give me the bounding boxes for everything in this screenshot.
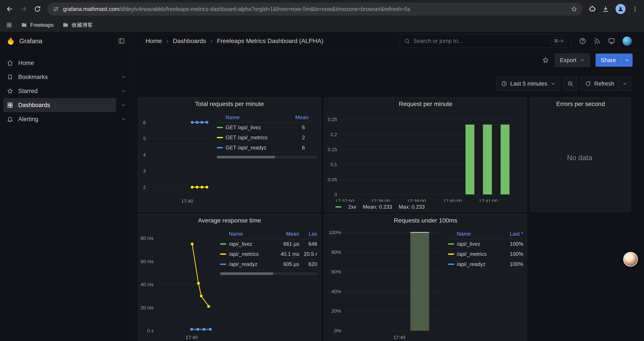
- legend-row[interactable]: /api/_livez100%: [448, 239, 523, 249]
- bookmark-label: Freeleaps: [30, 22, 54, 28]
- sidebar-item-label: Bookmarks: [18, 74, 48, 81]
- export-button[interactable]: Export: [555, 54, 590, 67]
- legend-row[interactable]: /api/_metrics100%: [448, 249, 523, 259]
- export-button-label: Export: [560, 57, 576, 64]
- floating-avatar[interactable]: [623, 252, 638, 267]
- share-button-label: Share: [596, 57, 621, 64]
- legend-table[interactable]: NameMeanLas/api/_livez661 µs646/api/_met…: [220, 229, 317, 341]
- downloads-icon[interactable]: [602, 5, 609, 13]
- sidebar-item-label: Home: [18, 60, 34, 67]
- sidebar-item-home[interactable]: Home: [3, 56, 116, 70]
- svg-text:40 ms: 40 ms: [140, 282, 154, 287]
- breadcrumb-home[interactable]: Home: [146, 38, 162, 45]
- chevron-down-icon[interactable]: [121, 74, 126, 80]
- sidebar-toggle-icon[interactable]: [118, 38, 125, 44]
- svg-text:17:41:00: 17:41:00: [479, 198, 498, 202]
- site-info-icon[interactable]: [52, 6, 59, 12]
- profile-icon[interactable]: [616, 4, 626, 14]
- panel-title[interactable]: Average response time: [138, 214, 321, 227]
- svg-text:4: 4: [143, 152, 146, 158]
- sidebar-item-starred[interactable]: Starred: [3, 84, 116, 98]
- svg-text:17:37:00: 17:37:00: [335, 198, 354, 202]
- share-dropdown[interactable]: [621, 54, 632, 67]
- panel-grid: Total requests per minute 2345617:40 Nam…: [138, 97, 631, 341]
- svg-text:0.15: 0.15: [328, 147, 337, 152]
- chevron-down-icon[interactable]: [121, 102, 126, 108]
- legend-row[interactable]: GET /api/_metrics2: [217, 133, 317, 143]
- legend-row[interactable]: /api/_metrics40.1 ms20.5 r: [220, 249, 317, 259]
- svg-text:40%: 40%: [332, 289, 341, 294]
- chevron-down-icon: [622, 81, 628, 86]
- forward-icon[interactable]: [20, 5, 28, 13]
- monitor-icon[interactable]: [608, 38, 615, 45]
- search-icon: [404, 38, 410, 44]
- share-button[interactable]: Share: [596, 54, 632, 67]
- address-bar[interactable]: grafana.mathmast.com/d/deytv4rwavabkb/fr…: [47, 3, 582, 16]
- folder-icon: [62, 22, 68, 28]
- bookmark-folder-blogs[interactable]: 收藏博客: [62, 22, 93, 29]
- svg-text:100%: 100%: [329, 230, 341, 235]
- sidebar-item-label: Alerting: [18, 116, 38, 123]
- refresh-button[interactable]: Refresh: [580, 77, 619, 91]
- series-name: 2xx: [348, 204, 356, 210]
- panel-title[interactable]: Total requests per minute: [138, 97, 321, 111]
- legend-scrollbar[interactable]: [220, 272, 317, 275]
- legend-row[interactable]: /api/_livez661 µs646: [220, 239, 317, 249]
- legend-row[interactable]: /api/_readyz605 µs620: [220, 259, 317, 269]
- panel-title[interactable]: Requests under 100ms: [324, 214, 527, 227]
- panel-title[interactable]: Errors per second: [530, 97, 631, 111]
- chevron-down-icon[interactable]: [121, 116, 126, 122]
- legend-table[interactable]: NameMeanGET /api/_livez6GET /api/_metric…: [217, 112, 317, 212]
- bell-icon: [7, 116, 13, 122]
- apps-grid-icon[interactable]: [6, 22, 12, 28]
- svg-text:0.05: 0.05: [328, 177, 337, 182]
- refresh-interval-dropdown[interactable]: [619, 77, 631, 91]
- legend-row[interactable]: /api/_readyz100%: [448, 259, 523, 269]
- news-icon[interactable]: [594, 38, 600, 45]
- sidebar-item-dashboards[interactable]: Dashboards: [3, 98, 116, 112]
- menu-icon[interactable]: [632, 6, 638, 12]
- svg-text:0: 0: [334, 192, 337, 197]
- reload-icon[interactable]: [34, 5, 41, 13]
- back-icon[interactable]: [6, 5, 14, 13]
- url-text: grafana.mathmast.com/d/deytv4rwavabkb/fr…: [63, 6, 567, 12]
- legend-table[interactable]: NameLast */api/_livez100%/api/_metrics10…: [448, 229, 523, 341]
- brand-name: Grafana: [19, 38, 42, 45]
- svg-text:17:40: 17:40: [394, 335, 406, 340]
- svg-text:0 s: 0 s: [147, 328, 154, 333]
- bar-chart[interactable]: 0%20%40%60%80%100%17:40: [326, 229, 444, 341]
- chevron-down-icon[interactable]: [121, 88, 126, 94]
- search-box[interactable]: ⌘+k: [400, 34, 571, 48]
- grafana-logo[interactable]: [6, 37, 15, 46]
- help-icon[interactable]: [579, 38, 586, 45]
- legend-scrollbar[interactable]: [217, 156, 317, 158]
- chevron-down-icon: [580, 58, 585, 63]
- panel-title[interactable]: Request per minute: [324, 97, 527, 111]
- breadcrumb-dashboards[interactable]: Dashboards: [173, 38, 206, 45]
- svg-text:60 ms: 60 ms: [140, 259, 154, 264]
- search-input[interactable]: [413, 38, 548, 44]
- legend-row[interactable]: GET /api/_readyz6: [217, 143, 317, 153]
- sidebar-item-bookmarks[interactable]: Bookmarks: [3, 70, 116, 84]
- legend-row[interactable]: GET /api/_livez6: [217, 122, 317, 133]
- sidebar-header: Grafana: [0, 32, 130, 50]
- main-content: Home › Dashboards › Freeleaps Metrics Da…: [131, 32, 644, 341]
- browser-toolbar: grafana.mathmast.com/d/deytv4rwavabkb/fr…: [0, 0, 644, 18]
- svg-text:0.2: 0.2: [330, 132, 337, 137]
- extensions-icon[interactable]: [589, 6, 596, 13]
- bar-chart[interactable]: 00.050.10.150.20.2517:37:0017:38:0017:39…: [326, 112, 522, 202]
- bookmark-folder-freeleaps[interactable]: Freeleaps: [21, 22, 54, 28]
- legend-inline[interactable]: 2xx Mean: 0.233 Max: 0.233: [326, 202, 523, 212]
- bookmark-star-icon[interactable]: [571, 6, 577, 12]
- panel-average-response-time: Average response time 0 s20 ms40 ms60 ms…: [138, 214, 321, 341]
- svg-text:0%: 0%: [334, 328, 341, 333]
- user-avatar[interactable]: [622, 37, 632, 46]
- no-data-message: No data: [532, 112, 627, 212]
- sidebar-item-alerting[interactable]: Alerting: [3, 112, 116, 126]
- line-chart[interactable]: 0 s20 ms40 ms60 ms80 ms17:40: [140, 229, 216, 341]
- time-range-picker[interactable]: Last 5 minutes: [496, 77, 560, 91]
- zoom-out-button[interactable]: [563, 77, 577, 91]
- line-chart[interactable]: 2345617:40: [140, 112, 212, 204]
- favorite-star-icon[interactable]: [542, 57, 549, 64]
- svg-text:17:40: 17:40: [181, 198, 193, 204]
